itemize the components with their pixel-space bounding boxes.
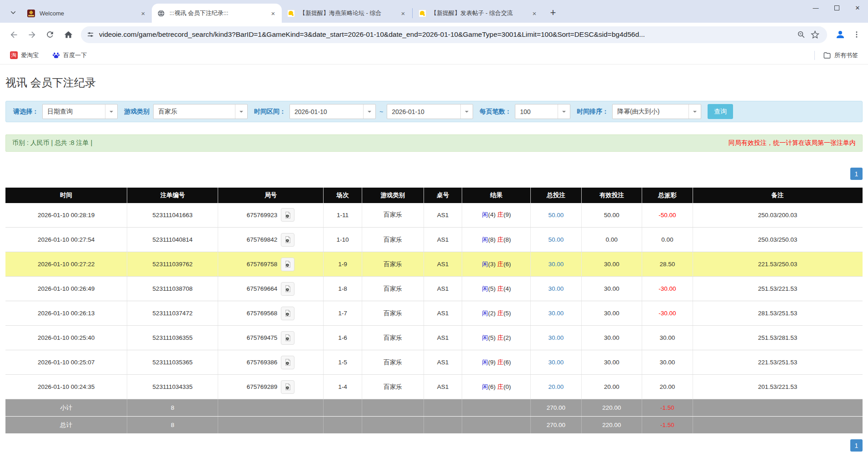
reload-button[interactable]: [42, 27, 58, 42]
cell-total-bet[interactable]: 30.00: [531, 277, 581, 301]
search-button[interactable]: 查询: [708, 104, 733, 119]
query-type-select[interactable]: 日期查询: [42, 104, 118, 119]
forum-favicon-icon: [419, 10, 426, 17]
empty-cell: [362, 399, 424, 417]
cell-total-bet[interactable]: 30.00: [531, 326, 581, 350]
cell-session: 1-5: [324, 350, 362, 375]
table-row: 2026-01-10 00:25:40523111036355675769475…: [5, 326, 863, 350]
replay-button[interactable]: [281, 233, 294, 247]
chevron-down-icon: [105, 104, 117, 119]
result-player-score: (5): [488, 334, 496, 341]
total-bet-link[interactable]: 50.00: [548, 236, 564, 243]
taobao-icon: 淘: [10, 51, 18, 59]
total-bet-link[interactable]: 30.00: [548, 310, 564, 317]
forward-button[interactable]: [24, 27, 40, 42]
home-button[interactable]: [60, 27, 76, 42]
cell-valid-bet: 30.00: [581, 350, 642, 375]
cell-table-no: AS1: [424, 277, 462, 301]
date-end-value: 2026-01-10: [387, 108, 460, 115]
table-row: 2026-01-10 00:28:19523111041663675769923…: [5, 203, 863, 228]
total-bet-link[interactable]: 30.00: [548, 334, 564, 341]
cell-total-bet[interactable]: 50.00: [531, 228, 581, 252]
cell-total-bet[interactable]: 20.00: [531, 375, 581, 399]
table-row: 2026-01-10 00:27:54523111040814675769842…: [5, 228, 863, 252]
window-minimize-button[interactable]: —: [805, 0, 826, 15]
new-tab-button[interactable]: +: [547, 6, 559, 19]
bookmark-star-button[interactable]: [808, 28, 822, 41]
cell-bet-id: 523111038708: [127, 277, 218, 301]
chevron-down-icon: [363, 104, 375, 119]
tab-close-icon[interactable]: ×: [530, 9, 539, 17]
tab-search-button[interactable]: [6, 5, 20, 19]
page-1-button[interactable]: 1: [850, 168, 863, 180]
bookmark-baidu[interactable]: 百度一下: [49, 50, 90, 61]
total-bet-link[interactable]: 20.00: [548, 383, 564, 390]
date-start-select[interactable]: 2026-01-10: [289, 104, 376, 119]
round-number: 675769568: [247, 310, 278, 317]
replay-button[interactable]: [281, 258, 294, 271]
tab-close-icon[interactable]: ×: [399, 9, 407, 17]
sort-value: 降幂(由大到小): [613, 108, 688, 116]
tab-close-icon[interactable]: ×: [139, 9, 147, 17]
date-end-select[interactable]: 2026-01-10: [387, 104, 473, 119]
total-bet-link[interactable]: 30.00: [548, 261, 564, 268]
window-close-button[interactable]: ✕: [847, 0, 868, 15]
round-number: 675769289: [247, 383, 278, 390]
bookmark-taobao[interactable]: 淘 爱淘宝: [6, 50, 42, 61]
cell-payout: -30.00: [642, 277, 693, 301]
forum-favicon-icon: [287, 10, 295, 17]
tab-close-icon[interactable]: ×: [269, 9, 277, 17]
result-banker: 庄: [497, 211, 504, 218]
header-payout: 总派彩: [642, 188, 693, 203]
back-arrow-icon: [9, 30, 19, 40]
browser-menu-button[interactable]: [850, 28, 863, 41]
cell-bet-id: 523111040814: [127, 228, 218, 252]
cell-bet-id: 523111037472: [127, 301, 218, 326]
game-type-select[interactable]: 百家乐: [153, 104, 248, 119]
cell-total-bet[interactable]: 30.00: [531, 350, 581, 375]
cell-result: 闲(3) 庄(6): [462, 252, 531, 277]
cell-session: 1-10: [324, 228, 362, 252]
url-text[interactable]: videoie.com/game/betrecord_search/kind3?…: [99, 30, 794, 39]
sort-select[interactable]: 降幂(由大到小): [612, 104, 701, 119]
subtotal-total-bet: 270.00: [531, 399, 581, 417]
cell-total-bet[interactable]: 30.00: [531, 252, 581, 277]
browser-tab-betrecord-active[interactable]: :::视讯 会员下注纪录::: ×: [152, 4, 282, 23]
replay-button[interactable]: [281, 208, 294, 222]
range-tilde: ~: [379, 108, 383, 115]
cell-table-no: AS1: [424, 252, 462, 277]
total-bet-link[interactable]: 50.00: [548, 212, 564, 219]
cell-total-bet[interactable]: 50.00: [531, 203, 581, 228]
replay-button[interactable]: [281, 380, 294, 394]
cell-bet-id: 523111039762: [127, 252, 218, 277]
replay-button[interactable]: [281, 307, 294, 320]
replay-button[interactable]: [281, 282, 294, 296]
subtotal-count: 8: [127, 399, 218, 417]
all-bookmarks-button[interactable]: 所有书签: [819, 50, 862, 61]
page-title: 视讯 会员下注纪录: [5, 75, 863, 90]
replay-button[interactable]: [281, 356, 294, 369]
chevron-down-icon: [460, 104, 473, 119]
cell-valid-bet: 30.00: [581, 301, 642, 326]
total-bet-link[interactable]: 30.00: [548, 359, 564, 366]
page-1-button[interactable]: 1: [850, 439, 863, 452]
browser-tab-forum-2[interactable]: 【新提醒】发表帖子 - 综合交流 ×: [413, 4, 543, 23]
result-player: 闲: [482, 261, 488, 268]
address-bar[interactable]: videoie.com/game/betrecord_search/kind3?…: [81, 26, 827, 43]
cell-payout: -30.00: [642, 301, 693, 326]
per-page-label: 每页笔数：: [479, 108, 511, 116]
total-bet-link[interactable]: 30.00: [548, 285, 564, 292]
replay-button[interactable]: [281, 331, 294, 345]
browser-tab-welcome[interactable]: Welcome ×: [22, 4, 152, 23]
cell-remark: 221.53/250.03: [693, 252, 862, 277]
cell-session: 1-4: [324, 375, 362, 399]
profile-avatar-button[interactable]: [833, 27, 848, 42]
table-row: 2026-01-10 00:26:49523111038708675769664…: [5, 277, 863, 301]
cell-total-bet[interactable]: 30.00: [531, 301, 581, 326]
browser-tab-forum-1[interactable]: 【新提醒】海燕策略论坛 - 综合 ×: [282, 4, 412, 23]
back-button[interactable]: [6, 27, 21, 42]
window-maximize-button[interactable]: [826, 0, 847, 15]
zoom-button[interactable]: [794, 28, 808, 41]
per-page-select[interactable]: 100: [515, 104, 570, 119]
cell-remark: 250.03/250.03: [693, 228, 862, 252]
